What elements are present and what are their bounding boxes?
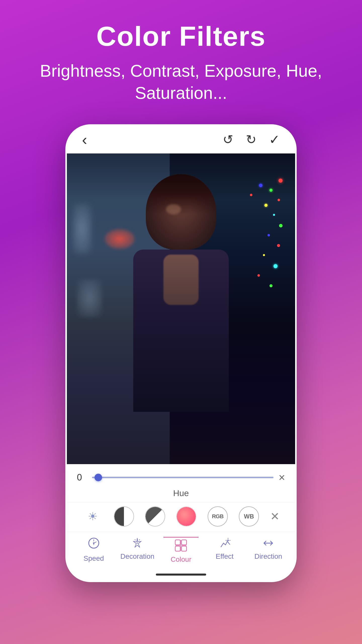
phone-mockup: ‹ ↺ ↻ ✓	[65, 124, 297, 582]
svg-rect-5	[175, 546, 180, 551]
speed-icon	[87, 537, 100, 552]
nav-item-colour[interactable]: Colour	[163, 537, 199, 564]
direction-icon	[262, 537, 275, 550]
bottom-nav: Speed Decoration	[67, 532, 295, 571]
direction-label: Direction	[254, 552, 282, 560]
photo-display	[67, 153, 295, 464]
nav-item-speed[interactable]: Speed	[76, 537, 111, 562]
filter-icons-row: ☀ RGB WB	[67, 502, 295, 532]
svg-rect-6	[182, 546, 187, 551]
page-title: Color Filters	[96, 20, 266, 52]
colour-icon	[174, 539, 188, 553]
home-indicator	[67, 571, 295, 581]
filter-close-button[interactable]: ✕	[270, 510, 280, 523]
nav-item-effect[interactable]: Effect	[207, 537, 242, 560]
svg-rect-3	[175, 540, 180, 545]
decoration-icon	[131, 537, 144, 550]
nav-item-direction[interactable]: Direction	[251, 537, 286, 560]
topbar-actions: ↺ ↻ ✓	[223, 132, 280, 147]
slider-label: Hue	[67, 486, 295, 502]
exposure-filter-button[interactable]	[145, 506, 165, 527]
bottom-panel: 0 × Hue ☀	[67, 464, 295, 581]
svg-point-9	[227, 540, 229, 541]
hue-slider-row: 0 ×	[67, 464, 295, 486]
svg-point-2	[137, 543, 138, 544]
sun-icon: ☀	[88, 510, 98, 523]
page-subtitle: Brightness, Contrast, Exposure, Hue, Sat…	[0, 60, 362, 104]
rgb-icon: RGB	[212, 513, 223, 520]
phone-frame: ‹ ↺ ↻ ✓	[65, 124, 297, 582]
svg-rect-4	[182, 540, 187, 545]
slider-value: 0	[77, 472, 87, 483]
nav-item-decoration[interactable]: Decoration	[120, 537, 155, 560]
back-button[interactable]: ‹	[82, 131, 87, 148]
undo-button[interactable]: ↺	[223, 132, 233, 147]
contrast-filter-button[interactable]	[114, 506, 134, 527]
phone-topbar: ‹ ↺ ↻ ✓	[67, 126, 295, 153]
effect-icon	[218, 537, 231, 550]
colour-label: Colour	[171, 555, 191, 564]
slider-thumb[interactable]	[95, 474, 102, 481]
rgb-filter-button[interactable]: RGB	[208, 506, 228, 527]
hue-filter-button[interactable]	[176, 506, 196, 527]
hue-slider-track[interactable]	[92, 477, 274, 478]
brightness-filter-button[interactable]: ☀	[82, 506, 103, 527]
confirm-button[interactable]: ✓	[269, 132, 280, 147]
effect-label: Effect	[216, 552, 234, 560]
redo-button[interactable]: ↻	[246, 132, 256, 147]
svg-point-1	[93, 542, 95, 544]
speed-label: Speed	[83, 554, 104, 562]
wb-filter-button[interactable]: WB	[239, 506, 259, 527]
decoration-label: Decoration	[120, 552, 154, 560]
wb-icon: WB	[244, 513, 254, 520]
slider-close-button[interactable]: ×	[279, 471, 285, 484]
home-bar	[156, 574, 206, 576]
